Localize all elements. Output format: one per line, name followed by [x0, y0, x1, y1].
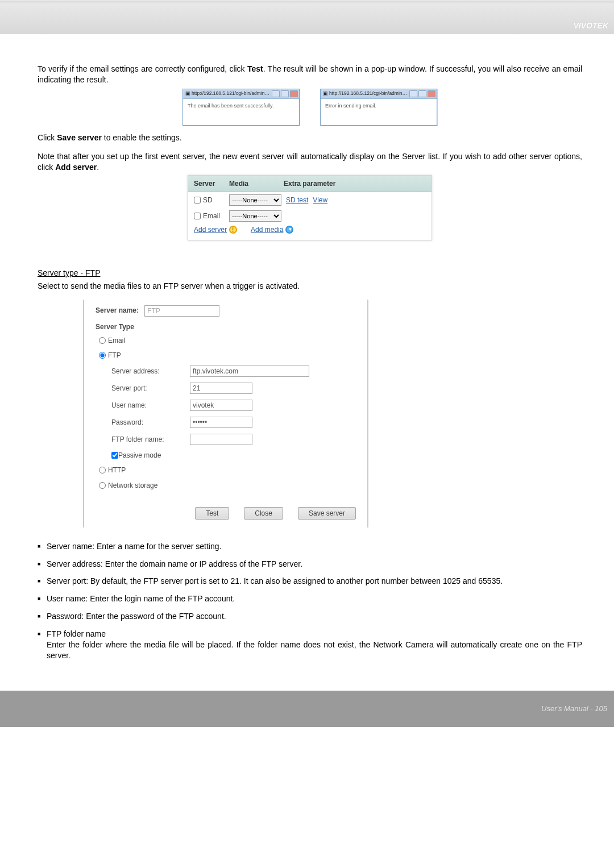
section-title: Server type - FTP — [38, 268, 582, 279]
col-extra: Extra parameter — [284, 179, 370, 188]
passive-mode-label: Passive mode — [118, 451, 161, 460]
popup-success: ▣ http://192.168.5.121/cgi-bin/admin/tes… — [182, 89, 300, 126]
page-header: VIVOTEK — [0, 0, 614, 34]
list-item: Server name: Enter a name for the server… — [38, 541, 582, 552]
footer-text: User's Manual - 105 — [541, 704, 607, 713]
radio-http-label: HTTP — [108, 466, 126, 475]
section-desc: Select to send the media files to an FTP… — [38, 281, 582, 292]
radio-ns-input[interactable] — [99, 482, 106, 489]
email-checkbox[interactable] — [194, 213, 201, 219]
table-actions: Add server Add media — [194, 225, 293, 234]
user-label: User name: — [111, 401, 190, 410]
radio-email: Email — [99, 336, 356, 345]
close-icon — [290, 90, 298, 97]
ftp-buttons: Test Close Save server — [96, 507, 356, 520]
radio-ns: Network storage — [99, 481, 356, 490]
sd-media-select[interactable]: -----None----- — [229, 194, 281, 206]
arrow-down-icon — [285, 226, 293, 234]
pass-label: Password: — [111, 418, 190, 427]
page-footer: User's Manual - 105 — [0, 691, 614, 727]
radio-email-input[interactable] — [99, 337, 106, 344]
table-row: Email -----None----- — [188, 208, 432, 224]
table-row: SD -----None----- SD test View — [188, 192, 432, 208]
popup-body: The email has been sent successfully. — [183, 99, 299, 125]
t: Note that after you set up the first eve… — [38, 152, 582, 172]
test-word: Test — [247, 64, 263, 73]
test-button[interactable]: Test — [195, 507, 229, 520]
save-server-word: Save server — [57, 133, 102, 142]
radio-ns-label: Network storage — [108, 481, 157, 490]
popup-row: ▣ http://192.168.5.121/cgi-bin/admin/tes… — [38, 89, 582, 126]
radio-ftp-input[interactable] — [99, 352, 106, 359]
username-input[interactable] — [190, 400, 252, 411]
close-button[interactable]: Close — [244, 507, 283, 520]
popup-body: Error in sending email. — [321, 99, 437, 125]
close-icon — [428, 90, 435, 97]
max-icon — [418, 90, 426, 97]
password-input[interactable] — [190, 417, 252, 428]
ftp-folder-input[interactable] — [190, 434, 252, 445]
ie-icon: ▣ — [185, 90, 190, 97]
email-label: Email — [203, 211, 220, 221]
t: To verify if the email settings are corr… — [38, 64, 247, 73]
passive-mode-checkbox[interactable] — [111, 452, 118, 459]
server-name-row: Server name: — [96, 305, 356, 317]
ftp-form: Server address: Server port: User name: … — [111, 366, 356, 460]
folder-label: FTP folder name: — [111, 435, 190, 444]
max-icon — [281, 90, 289, 97]
col-media: Media — [229, 179, 284, 188]
warning-icon — [229, 226, 237, 234]
save-server-button[interactable]: Save server — [298, 507, 356, 520]
min-icon — [272, 90, 280, 97]
popup-title: ▣ http://192.168.5.121/cgi-bin/admin/tes… — [321, 89, 437, 99]
server-table: Server Media Extra parameter SD -----Non… — [188, 175, 432, 240]
sd-test-link[interactable]: SD test — [286, 196, 308, 205]
popup-error: ▣ http://192.168.5.121/cgi-bin/admin/tes… — [320, 89, 437, 126]
add-server-link[interactable]: Add server — [194, 225, 237, 234]
brand-text: VIVOTEK — [574, 21, 608, 30]
sd-checkbox[interactable] — [194, 197, 201, 203]
t: to enable the settings. — [102, 133, 182, 142]
list-item: Server address: Enter the domain name or… — [38, 559, 582, 570]
list-item: FTP folder name Enter the folder where t… — [38, 629, 582, 661]
list-item: User name: Enter the login name of the F… — [38, 593, 582, 604]
popup-title-text: http://192.168.5.121/cgi-bin/admin/tests… — [329, 90, 408, 97]
email-media-select[interactable]: -----None----- — [229, 210, 281, 222]
radio-http-input[interactable] — [99, 467, 106, 474]
t: Click — [38, 133, 57, 142]
port-label: Server port: — [111, 384, 190, 393]
sd-view-link[interactable]: View — [313, 196, 327, 205]
addr-label: Server address: — [111, 367, 190, 376]
radio-ftp-label: FTP — [108, 351, 121, 360]
page-content: To verify if the email settings are corr… — [0, 34, 614, 691]
min-icon — [409, 90, 417, 97]
radio-ftp: FTP — [99, 351, 356, 360]
ie-icon: ▣ — [323, 90, 328, 97]
server-table-head: Server Media Extra parameter — [188, 176, 432, 192]
server-name-input[interactable] — [144, 305, 219, 317]
server-name-label: Server name: — [96, 306, 139, 315]
server-address-input[interactable] — [190, 366, 309, 377]
server-port-input[interactable] — [190, 383, 252, 394]
add-server-word: Add server — [55, 163, 97, 172]
col-server: Server — [194, 179, 229, 188]
ftp-panel: Server name: Server Type Email FTP Serve… — [83, 300, 368, 528]
list-item: Password: Enter the password of the FTP … — [38, 611, 582, 622]
server-type-label: Server Type — [96, 322, 356, 331]
bullet-list: Server name: Enter a name for the server… — [38, 541, 582, 661]
sd-label: SD — [203, 196, 213, 205]
radio-http: HTTP — [99, 466, 356, 475]
list-item: Server port: By default, the FTP server … — [38, 576, 582, 587]
paragraph-verify: To verify if the email settings are corr… — [38, 64, 582, 85]
popup-title: ▣ http://192.168.5.121/cgi-bin/admin/tes… — [183, 89, 299, 99]
add-media-link[interactable]: Add media — [251, 225, 293, 234]
t: . — [97, 163, 99, 172]
radio-email-label: Email — [108, 336, 125, 345]
popup-title-text: http://192.168.5.121/cgi-bin/admin/tests… — [192, 90, 271, 97]
paragraph-note: Note that after you set up the first eve… — [38, 151, 582, 173]
paragraph-save: Click Save server to enable the settings… — [38, 132, 582, 143]
